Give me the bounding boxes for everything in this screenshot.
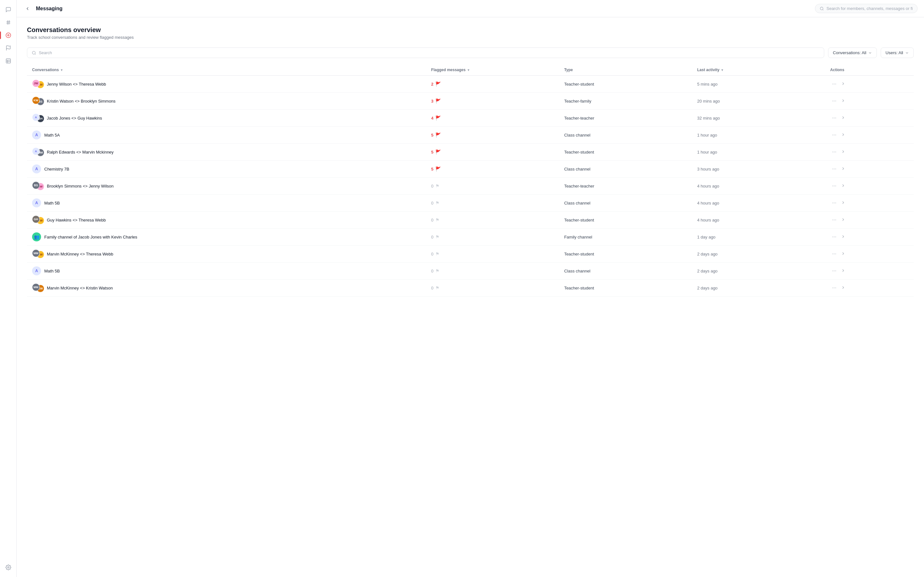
flagged-count: 4 bbox=[431, 116, 433, 121]
activity-cell: 2 days ago bbox=[692, 279, 825, 297]
back-button[interactable] bbox=[23, 4, 32, 13]
conv-cell: MM TW Marvin McKinney <> Theresa Webb bbox=[27, 245, 426, 263]
sort-conversations-icon[interactable]: ▼ bbox=[60, 68, 63, 72]
svg-rect-7 bbox=[6, 59, 11, 63]
sort-activity-icon[interactable]: ▼ bbox=[720, 68, 724, 72]
flag-icon-red: 🚩 bbox=[435, 149, 441, 155]
flagged-cell: 2 🚩 bbox=[426, 76, 559, 93]
more-actions-button[interactable]: ··· bbox=[830, 81, 838, 87]
flagged-cell: 0 ⚑ bbox=[426, 263, 559, 279]
more-actions-button[interactable]: ··· bbox=[830, 182, 838, 189]
open-conversation-button[interactable] bbox=[841, 234, 845, 240]
table-search-box[interactable] bbox=[27, 47, 824, 58]
open-conversation-button[interactable] bbox=[841, 149, 845, 155]
conv-cell: A Math 5B bbox=[27, 263, 426, 279]
more-actions-button[interactable]: ··· bbox=[830, 97, 838, 105]
activity-cell: 4 hours ago bbox=[692, 177, 825, 195]
actions-cell: ··· bbox=[825, 127, 914, 143]
open-conversation-button[interactable] bbox=[841, 115, 845, 121]
open-conversation-button[interactable] bbox=[841, 268, 845, 274]
sidebar-item-overview[interactable] bbox=[3, 29, 14, 41]
more-actions-button[interactable]: ··· bbox=[830, 148, 838, 155]
activity-cell: 1 day ago bbox=[692, 229, 825, 245]
topbar-search-box[interactable] bbox=[815, 4, 918, 13]
topbar-search-input[interactable] bbox=[827, 6, 913, 11]
chevron-down-icon-2 bbox=[905, 51, 909, 55]
flagged-count: 0 bbox=[431, 218, 433, 222]
flag-icon-gray: ⚑ bbox=[435, 183, 439, 189]
table-row: A Chemistry 7B 5 🚩 Class channel 3 hours… bbox=[27, 161, 914, 177]
col-header-type: Type bbox=[564, 68, 573, 72]
table-row: A Math 5A 5 🚩 Class channel 1 hour ago ·… bbox=[27, 127, 914, 143]
sort-flagged-icon[interactable]: ▼ bbox=[467, 68, 470, 72]
more-actions-button[interactable]: ··· bbox=[830, 268, 838, 274]
open-conversation-button[interactable] bbox=[841, 218, 845, 223]
open-conversation-button[interactable] bbox=[841, 183, 845, 189]
conv-cell: A MM Ralph Edwards <> Marvin Mckinney bbox=[27, 143, 426, 161]
flagged-count: 3 bbox=[431, 99, 433, 103]
svg-line-3 bbox=[9, 20, 9, 25]
sidebar-item-reports[interactable] bbox=[3, 55, 14, 67]
table-row: A Math 5B 0 ⚑ Class channel 2 days ago ·… bbox=[27, 263, 914, 279]
more-actions-button[interactable]: ··· bbox=[830, 250, 838, 258]
sidebar-item-flagged[interactable] bbox=[3, 42, 14, 54]
svg-point-12 bbox=[821, 7, 823, 10]
avatar-group: GH TW bbox=[32, 215, 44, 224]
svg-point-14 bbox=[32, 51, 35, 54]
open-conversation-button[interactable] bbox=[841, 166, 845, 172]
flagged-cell: 3 🚩 bbox=[426, 93, 559, 110]
activity-cell: 3 hours ago bbox=[692, 161, 825, 177]
avatar-group: JW TW bbox=[32, 79, 44, 89]
avatar-group: MM TW bbox=[32, 250, 44, 258]
conv-name: Marvin McKinney <> Theresa Webb bbox=[47, 251, 113, 256]
sidebar-item-channels[interactable] bbox=[3, 17, 14, 28]
flagged-cell: 0 ⚑ bbox=[426, 245, 559, 263]
more-actions-button[interactable]: ··· bbox=[830, 216, 838, 223]
flag-icon-red: 🚩 bbox=[435, 166, 441, 171]
table-search-input[interactable] bbox=[39, 50, 819, 55]
type-cell: Teacher-student bbox=[559, 143, 692, 161]
page-title: Conversations overview bbox=[27, 26, 914, 34]
type-cell: Class channel bbox=[559, 127, 692, 143]
more-actions-button[interactable]: ··· bbox=[830, 131, 838, 139]
actions-cell: ··· bbox=[825, 143, 914, 161]
svg-point-11 bbox=[7, 567, 9, 568]
avatar-group: BS JW bbox=[32, 181, 44, 190]
open-conversation-button[interactable] bbox=[841, 200, 845, 206]
avatar: A bbox=[32, 131, 41, 139]
svg-line-15 bbox=[35, 53, 36, 55]
avatar-group: A GH bbox=[32, 113, 44, 122]
open-conversation-button[interactable] bbox=[841, 251, 845, 257]
table-row: BS JW Brooklyn Simmons <> Jenny Wilson 0… bbox=[27, 177, 914, 195]
flagged-count: 5 bbox=[431, 133, 433, 137]
actions-cell: ··· bbox=[825, 177, 914, 195]
type-cell: Teacher-teacher bbox=[559, 177, 692, 195]
more-actions-button[interactable]: ··· bbox=[830, 284, 838, 292]
open-conversation-button[interactable] bbox=[841, 98, 845, 104]
activity-cell: 4 hours ago bbox=[692, 195, 825, 211]
users-filter-button[interactable]: Users: All bbox=[881, 47, 914, 58]
conversations-table: Conversations ▼ Flagged messages ▼ Type bbox=[27, 64, 914, 297]
type-cell: Teacher-student bbox=[559, 76, 692, 93]
more-actions-button[interactable]: ··· bbox=[830, 165, 838, 172]
conv-name: Jacob Jones <> Guy Hawkins bbox=[47, 116, 102, 121]
type-cell: Class channel bbox=[559, 195, 692, 211]
sidebar-item-settings[interactable] bbox=[3, 562, 14, 573]
flag-icon-gray: ⚑ bbox=[435, 234, 439, 239]
more-actions-button[interactable]: ··· bbox=[830, 199, 838, 206]
more-actions-button[interactable]: ··· bbox=[830, 114, 838, 121]
table-row: KW BS Kristin Watson <> Brooklyn Simmons… bbox=[27, 93, 914, 110]
open-conversation-button[interactable] bbox=[841, 81, 845, 87]
flagged-cell: 5 🚩 bbox=[426, 143, 559, 161]
svg-point-5 bbox=[7, 35, 9, 36]
conversations-filter-button[interactable]: Conversations: All bbox=[828, 47, 877, 58]
more-actions-button[interactable]: ··· bbox=[830, 234, 838, 240]
activity-cell: 20 mins ago bbox=[692, 93, 825, 110]
type-cell: Teacher-family bbox=[559, 93, 692, 110]
flagged-count: 0 bbox=[431, 285, 433, 290]
open-conversation-button[interactable] bbox=[841, 132, 845, 138]
actions-cell: ··· bbox=[825, 161, 914, 177]
sidebar-item-messages[interactable] bbox=[3, 4, 14, 15]
open-conversation-button[interactable] bbox=[841, 285, 845, 291]
avatar-group: A MM bbox=[32, 147, 44, 156]
